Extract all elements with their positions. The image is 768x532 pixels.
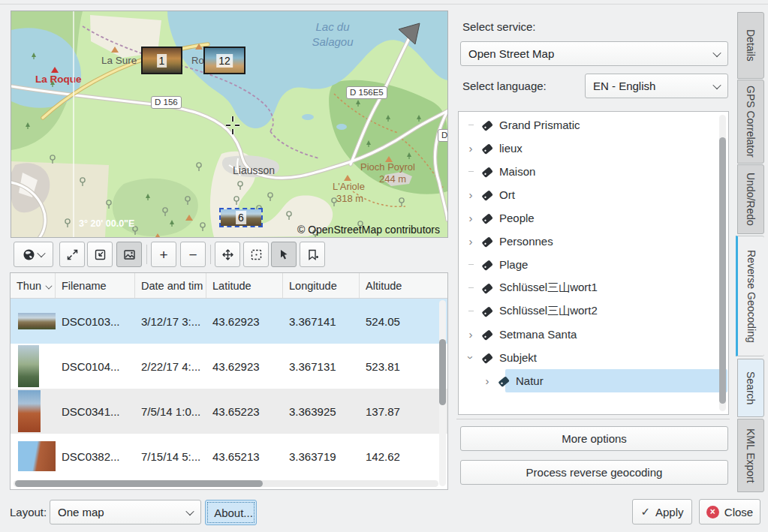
scrollbar-handle[interactable]: [719, 137, 726, 404]
tab-gps-correlator[interactable]: GPS Correlator: [737, 80, 764, 164]
tree-item-people[interactable]: People: [459, 206, 714, 230]
tag-label: Grand Prismatic: [499, 119, 580, 131]
toolbar-separator: [210, 245, 211, 264]
tree-item-schluessel-wort2[interactable]: Schlüssel三山wort2: [459, 299, 714, 323]
chevron-down-icon: [712, 80, 721, 89]
about-button[interactable]: About...: [205, 500, 257, 525]
label-ariole: L'Ariole: [333, 181, 365, 192]
tree-item-setmana-santa[interactable]: Setmana Santa: [459, 323, 714, 346]
tree-item-subjekt[interactable]: Subjekt: [459, 346, 714, 369]
expander-icon[interactable]: [465, 351, 477, 364]
service-combobox[interactable]: Open Street Map: [460, 41, 728, 66]
column-header-thumbnail[interactable]: Thun: [11, 273, 56, 298]
table-row[interactable]: DSC0103... 3/12/17 3:... 43.62923 3.3671…: [11, 299, 447, 344]
expander-icon[interactable]: [465, 328, 477, 341]
tag-label: lieux: [499, 142, 523, 155]
map-provider-button[interactable]: [14, 242, 53, 267]
tag-icon: [480, 235, 493, 248]
map-photo-marker-12[interactable]: 12: [203, 47, 245, 74]
marker-count: 12: [216, 54, 233, 68]
apply-label: Apply: [655, 506, 684, 518]
more-options-button[interactable]: More options: [460, 426, 728, 451]
column-header-longitude[interactable]: Longitude: [283, 273, 360, 298]
photo-thumbnail: [18, 441, 56, 471]
add-bookmark-button[interactable]: [300, 242, 325, 267]
tree-item-plage[interactable]: Plage: [459, 253, 714, 276]
cell-longitude: 3.363925: [283, 405, 360, 418]
tab-undo-redo[interactable]: Undo/Redo: [737, 164, 764, 234]
table-row[interactable]: DSC0341... 7/5/14 1:0... 43.65223 3.3639…: [11, 389, 447, 434]
cell-latitude: 43.62923: [206, 315, 283, 328]
zoom-region-mode-button[interactable]: [243, 242, 269, 267]
tree-item-maison[interactable]: Maison: [459, 160, 714, 183]
tree-guide: [465, 125, 477, 125]
cell-altitude: 523.81: [360, 360, 435, 373]
column-header-filename[interactable]: Filename: [56, 273, 135, 298]
window-top-edge: [0, 4, 768, 5]
tree-item-personnes[interactable]: Personnes: [459, 230, 714, 253]
expander-icon[interactable]: [465, 142, 477, 155]
marker-count: 6: [236, 211, 246, 224]
table-horizontal-scrollbar[interactable]: [14, 480, 438, 487]
label-lake-2: Salagou: [312, 35, 354, 48]
tag-icon: [480, 165, 493, 179]
column-label: Altitude: [366, 280, 402, 292]
tab-details[interactable]: Details: [737, 12, 764, 79]
tree-item-grand-prismatic[interactable]: Grand Prismatic: [459, 113, 714, 137]
process-reverse-geocoding-button[interactable]: Process reverse geocoding: [460, 460, 728, 485]
map-photo-marker-1[interactable]: 1: [141, 47, 182, 74]
tree-item-ort[interactable]: Ort: [459, 183, 714, 206]
scrollbar-handle[interactable]: [15, 480, 263, 487]
pan-mode-button[interactable]: [215, 242, 240, 267]
check-icon: ✓: [640, 505, 650, 518]
globe-icon: [23, 248, 35, 261]
tag-tree: Grand Prismatic lieux Maison Ort People …: [458, 111, 729, 415]
table-vertical-scrollbar[interactable]: [439, 300, 446, 486]
close-button[interactable]: × Close: [699, 499, 760, 524]
map-canvas[interactable]: Lac du Salagou La Sure La Roque Roue Lia…: [11, 11, 448, 238]
table-row[interactable]: DSC0382... 7/15/14 5:... 43.65213 3.3637…: [11, 434, 447, 479]
expander-icon[interactable]: [481, 374, 493, 387]
tab-kml-export[interactable]: KML Export: [737, 419, 764, 492]
toolbar-separator: [146, 245, 147, 264]
column-label: Date and tim: [141, 280, 203, 292]
zoom-in-button[interactable]: +: [151, 242, 176, 267]
select-mode-button[interactable]: [271, 242, 297, 267]
column-header-datetime[interactable]: Date and tim: [135, 273, 206, 298]
tree-vertical-scrollbar[interactable]: [719, 115, 726, 411]
layout-combobox[interactable]: One map: [50, 500, 201, 524]
zoom-out-button[interactable]: −: [180, 242, 206, 267]
photo-thumbnail: [18, 313, 56, 329]
tab-reverse-geocoding[interactable]: Reverse Geocoding: [736, 236, 764, 356]
column-label: Filename: [62, 280, 107, 292]
tree-item-lieux[interactable]: lieux: [459, 137, 714, 160]
map-photo-marker-6-selected[interactable]: 6: [219, 208, 263, 227]
road-badge-d: D: [438, 129, 448, 142]
expander-icon[interactable]: [465, 188, 477, 201]
label-liausson: Liausson: [233, 164, 275, 176]
cell-datetime: 7/15/14 5:...: [135, 450, 206, 463]
table-row[interactable]: DSC0104... 2/22/17 4:... 43.62923 3.3671…: [11, 344, 447, 389]
tag-label: Maison: [499, 165, 535, 178]
zoom-to-selection-button[interactable]: [87, 242, 113, 267]
show-thumbnails-button[interactable]: [116, 242, 142, 267]
tag-icon: [480, 119, 493, 132]
fit-to-window-button[interactable]: [59, 242, 85, 267]
scrollbar-handle[interactable]: [439, 339, 446, 405]
tree-item-natur[interactable]: Natur: [459, 369, 729, 392]
label-la-roque: La Roque: [35, 74, 82, 85]
apply-button[interactable]: ✓ Apply: [632, 499, 692, 524]
close-label: Close: [724, 506, 753, 518]
column-header-latitude[interactable]: Latitude: [206, 273, 283, 298]
expander-icon[interactable]: [465, 235, 477, 248]
tree-guide: [465, 287, 477, 288]
column-header-altitude[interactable]: Altitude: [360, 273, 435, 298]
language-combobox[interactable]: EN - English: [585, 74, 728, 98]
tree-item-schluessel-wort1[interactable]: Schlüssel三山wort1: [459, 276, 714, 299]
cell-altitude: 524.05: [360, 315, 435, 328]
tab-search[interactable]: Search: [737, 359, 764, 417]
expander-icon[interactable]: [465, 212, 477, 224]
tab-label: GPS Correlator: [745, 86, 757, 158]
plus-icon: +: [159, 248, 167, 262]
tag-icon: [480, 188, 493, 202]
